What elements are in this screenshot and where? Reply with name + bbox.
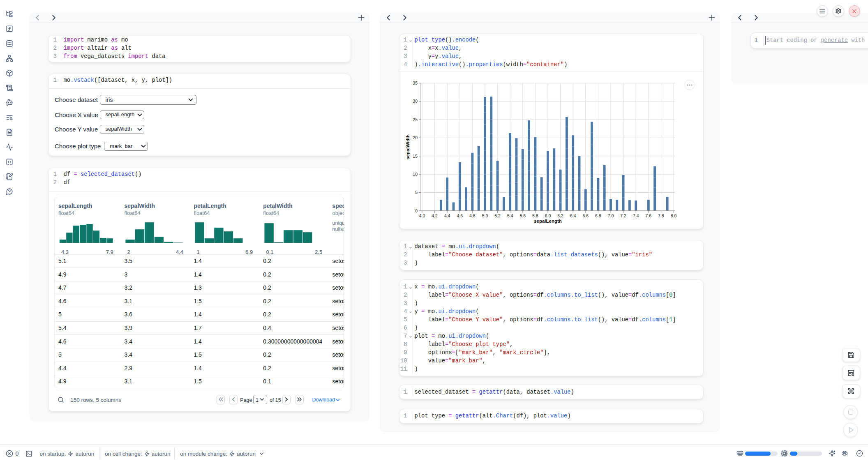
svg-text:4.6: 4.6 — [457, 213, 463, 218]
svg-text:0: 0 — [415, 208, 418, 213]
svg-text:30: 30 — [413, 99, 418, 104]
svg-text:35: 35 — [413, 81, 418, 85]
svg-text:5: 5 — [415, 190, 418, 195]
svg-text:4.4: 4.4 — [444, 213, 450, 218]
svg-text:6.0: 6.0 — [545, 213, 551, 218]
svg-text:6.6: 6.6 — [582, 213, 589, 218]
svg-text:sepalLength: sepalLength — [534, 219, 562, 224]
svg-text:7.2: 7.2 — [620, 213, 626, 218]
svg-text:6.2: 6.2 — [557, 213, 563, 218]
svg-text:sepalWidth: sepalWidth — [405, 134, 410, 159]
svg-text:25: 25 — [413, 117, 418, 122]
svg-text:7.6: 7.6 — [645, 213, 651, 218]
svg-text:4.8: 4.8 — [469, 213, 476, 218]
svg-text:5.0: 5.0 — [482, 213, 488, 218]
svg-text:7.8: 7.8 — [658, 213, 664, 218]
svg-text:8.0: 8.0 — [671, 213, 677, 218]
svg-text:15: 15 — [413, 154, 418, 159]
svg-text:5.4: 5.4 — [507, 213, 513, 218]
svg-text:20: 20 — [413, 135, 418, 140]
svg-text:5.6: 5.6 — [519, 213, 526, 218]
svg-text:5.8: 5.8 — [532, 213, 538, 218]
svg-text:4.0: 4.0 — [419, 213, 425, 218]
svg-text:4.2: 4.2 — [432, 213, 438, 218]
svg-text:5.2: 5.2 — [494, 213, 501, 218]
svg-text:10: 10 — [413, 172, 418, 177]
svg-text:6.4: 6.4 — [570, 213, 576, 218]
svg-text:7.0: 7.0 — [608, 213, 614, 218]
svg-text:7.4: 7.4 — [633, 213, 639, 218]
svg-text:6.8: 6.8 — [595, 213, 601, 218]
